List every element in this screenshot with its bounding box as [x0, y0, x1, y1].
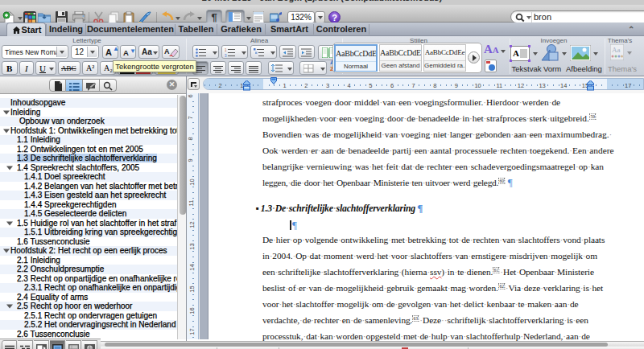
svg-text:1: 1: [225, 48, 227, 52]
svg-text:Aa: Aa: [612, 46, 621, 54]
svg-text:3: 3: [225, 54, 227, 57]
